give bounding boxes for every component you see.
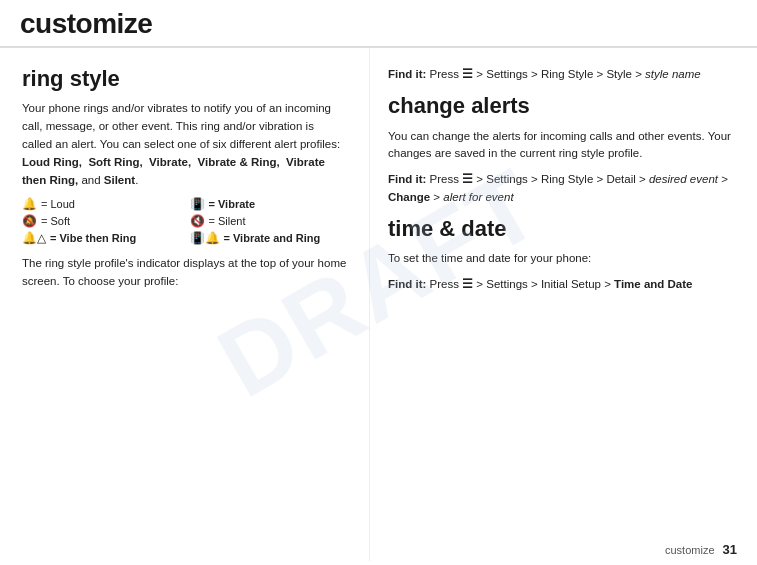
left-column: ring style Your phone rings and/or vibra…: [0, 48, 370, 561]
find-it-change-alerts: Find it: Press ☰ > Settings > Ring Style…: [388, 171, 735, 206]
change-alerts-heading: change alerts: [388, 93, 735, 119]
time-date-paragraph: To set the time and date for your phone:: [388, 250, 735, 268]
find-it-time-date: Find it: Press ☰ > Settings > Initial Se…: [388, 276, 735, 293]
main-content: ring style Your phone rings and/or vibra…: [0, 48, 757, 561]
vibe-ring-label: = Vibe then Ring: [50, 232, 136, 244]
bold-list: Loud Ring, Soft Ring, Vibrate, Vibrate &…: [22, 156, 325, 186]
ring-style-heading: ring style: [22, 66, 347, 92]
ring-style-paragraph2: The ring style profile's indicator displ…: [22, 255, 347, 291]
icon-row-loud: 🔔 = Loud: [22, 197, 180, 211]
ring-style-paragraph1: Your phone rings and/or vibrates to noti…: [22, 100, 347, 189]
footer-label: customize: [665, 544, 715, 556]
vibrate-ring-icon: 📳🔔: [190, 231, 220, 245]
silent-icon: 🔇: [190, 214, 205, 228]
icon-row-vibe-ring: 🔔△ = Vibe then Ring: [22, 231, 180, 245]
vibrate-icon: 📳: [190, 197, 205, 211]
soft-label: = Soft: [41, 215, 70, 227]
icon-row-vibrate: 📳 = Vibrate: [190, 197, 348, 211]
change-alerts-paragraph: You can change the alerts for incoming c…: [388, 128, 735, 164]
find-it-ring-style: Find it: Press ☰ > Settings > Ring Style…: [388, 66, 735, 83]
and-text: and: [81, 174, 103, 186]
footer-page-number: 31: [723, 542, 737, 557]
vibrate-ring-label: = Vibrate and Ring: [224, 232, 321, 244]
icon-row-vibrate-ring: 📳🔔 = Vibrate and Ring: [190, 231, 348, 245]
silent-bold: Silent: [104, 174, 135, 186]
page-title: customize: [20, 8, 152, 39]
icon-row-silent: 🔇 = Silent: [190, 214, 348, 228]
icon-row-soft: 🔕 = Soft: [22, 214, 180, 228]
silent-label: = Silent: [209, 215, 246, 227]
page-header: customize: [0, 0, 757, 48]
loud-icon: 🔔: [22, 197, 37, 211]
page: DRAFT customize ring style Your phone ri…: [0, 0, 757, 565]
icons-grid: 🔔 = Loud 📳 = Vibrate 🔕 = Soft 🔇 = Silent…: [22, 197, 347, 245]
right-column: Find it: Press ☰ > Settings > Ring Style…: [370, 48, 757, 561]
page-footer: customize 31: [665, 542, 737, 557]
vibe-ring-icon: 🔔△: [22, 231, 46, 245]
soft-icon: 🔕: [22, 214, 37, 228]
loud-label: = Loud: [41, 198, 75, 210]
time-date-heading: time & date: [388, 216, 735, 242]
vibrate-label: = Vibrate: [209, 198, 256, 210]
